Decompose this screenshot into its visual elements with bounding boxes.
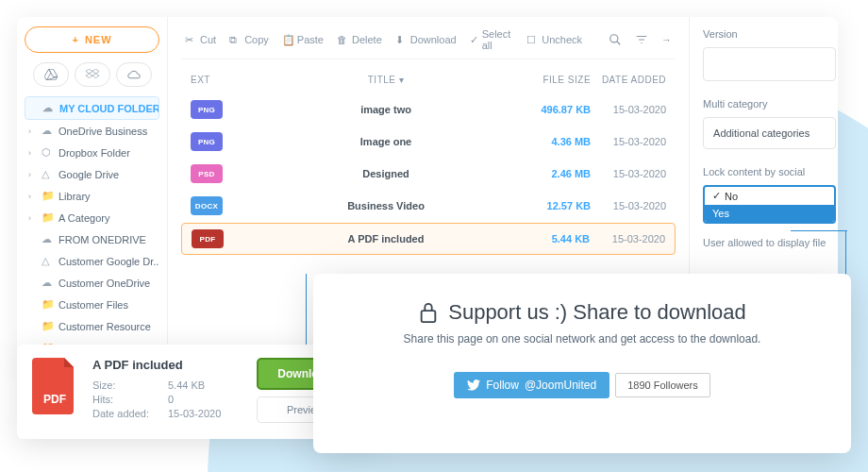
detail-title: A PDF included (92, 358, 242, 372)
drive-icon: △ (42, 168, 53, 180)
version-input[interactable] (703, 47, 836, 81)
filter-button[interactable] (635, 33, 648, 46)
connector-line (791, 230, 847, 231)
folder-icon: 📁 (42, 298, 53, 311)
drive-chip[interactable] (33, 62, 69, 87)
tree-label: MY CLOUD FOLDER (59, 103, 159, 114)
lock-select[interactable]: ✓No Yes (703, 185, 836, 224)
tree-item-6[interactable]: ☁FROM ONEDRIVE (25, 228, 159, 250)
additional-categories[interactable]: Additional categories (703, 117, 836, 149)
file-title: A PDF included (248, 233, 524, 244)
folder-icon: 📁 (42, 190, 53, 202)
folder-icon: 📁 (42, 211, 53, 224)
uncheck-button[interactable]: ☐Uncheck (526, 34, 582, 45)
file-row[interactable]: PSDDesigned2.46 MB15-03-2020 (181, 159, 676, 189)
check-icon: ✓ (470, 34, 478, 45)
version-label: Version (703, 28, 836, 40)
size-val: 5.44 KB (168, 379, 205, 391)
tree-label: Customer Google Dr... (58, 256, 159, 267)
copy-button[interactable]: ⧉Copy (229, 34, 269, 45)
tree-label: FROM ONEDRIVE (58, 234, 146, 245)
ext-badge: PDF (192, 229, 224, 248)
folder-tree: ☁MY CLOUD FOLDER›☁OneDrive Business›⬡Dro… (25, 96, 159, 359)
svg-point-0 (610, 35, 618, 42)
toolbar: ✂Cut ⧉Copy 📋Paste 🗑Delete ⬇Download ✓Sel… (181, 17, 676, 59)
file-size: 5.44 KB (524, 233, 590, 244)
user-allowed-label: User allowed to display file (703, 237, 836, 248)
tree-item-1[interactable]: ›☁OneDrive Business (25, 120, 159, 142)
tree-item-10[interactable]: 📁Customer Resource (25, 315, 159, 337)
search-button[interactable] (609, 33, 622, 46)
hits-val: 0 (168, 394, 174, 405)
file-title: Image one (247, 136, 525, 147)
sidebar: + NEW ☁MY CLOUD FOLDER›☁OneDrive Busines… (17, 17, 168, 362)
paste-button[interactable]: 📋Paste (282, 34, 324, 45)
cut-button[interactable]: ✂Cut (185, 34, 216, 45)
follower-count: 1890 Followers (615, 373, 710, 397)
check-icon: ✓ (712, 190, 721, 202)
download-icon: ⬇ (395, 34, 407, 45)
lock-label: Lock content by social (703, 166, 836, 177)
file-row[interactable]: PDFA PDF included5.44 KB15-03-2020 (181, 223, 676, 255)
svg-text:PDF: PDF (43, 393, 66, 406)
twitter-follow-button[interactable]: Follow @JoomUnited (454, 372, 609, 398)
lock-option-no[interactable]: ✓No (705, 187, 834, 205)
pdf-file-icon: PDF (32, 358, 77, 426)
chevron-icon: › (28, 126, 36, 136)
arrow-button[interactable]: → (661, 34, 672, 45)
chevron-icon: › (28, 148, 36, 158)
tree-label: A Category (58, 212, 109, 224)
tree-item-2[interactable]: ›⬡Dropbox Folder (25, 142, 159, 163)
copy-icon: ⧉ (229, 34, 241, 45)
tree-item-8[interactable]: ☁Customer OneDrive (25, 272, 159, 294)
lock-icon (418, 300, 439, 325)
new-button[interactable]: + NEW (25, 26, 159, 53)
tree-item-9[interactable]: 📁Customer Files (25, 294, 159, 315)
ext-badge: PSD (191, 164, 223, 183)
tree-item-4[interactable]: ›📁Library (25, 185, 159, 207)
share-title: Support us :) Share to download (342, 300, 823, 325)
dropbox-chip[interactable] (75, 62, 110, 87)
file-row[interactable]: DOCXBusiness Video12.57 KB15-03-2020 (181, 191, 676, 221)
selectall-button[interactable]: ✓Select all (470, 28, 514, 51)
multicat-label: Multi category (703, 98, 836, 110)
dropbox-icon: ⬡ (42, 146, 53, 159)
share-subtitle: Share this page on one social network an… (342, 332, 823, 346)
download-button[interactable]: ⬇Download (395, 34, 457, 45)
date-key: Date added: (92, 408, 168, 419)
hits-key: Hits: (92, 394, 168, 405)
col-ext[interactable]: EXT (191, 75, 247, 85)
file-row[interactable]: PNGImage one4.36 MB15-03-2020 (181, 126, 676, 157)
file-date: 15-03-2020 (591, 200, 666, 211)
file-row[interactable]: PNGimage two496.87 KB15-03-2020 (181, 94, 676, 125)
lock-option-yes[interactable]: Yes (705, 205, 834, 222)
tree-label: OneDrive Business (58, 126, 147, 137)
tree-label: Library (58, 191, 91, 202)
file-rows: PNGimage two496.87 KB15-03-2020PNGImage … (181, 94, 676, 255)
col-title[interactable]: TITLE ▾ (247, 75, 525, 85)
tree-label: Google Drive (58, 169, 119, 180)
delete-icon: 🗑 (337, 34, 348, 45)
date-val: 15-03-2020 (168, 408, 221, 419)
twitter-icon (467, 379, 480, 391)
tree-label: Customer OneDrive (58, 278, 150, 289)
file-date: 15-03-2020 (591, 104, 666, 115)
svg-rect-2 (422, 311, 436, 322)
file-size: 496.87 KB (525, 104, 591, 115)
file-date: 15-03-2020 (591, 136, 666, 147)
tree-item-3[interactable]: ›△Google Drive (25, 163, 159, 185)
plus-icon: + (72, 34, 78, 45)
folder-icon: 📁 (42, 320, 53, 332)
col-date[interactable]: DATE ADDED (591, 75, 666, 85)
tree-item-5[interactable]: ›📁A Category (25, 207, 159, 228)
file-date: 15-03-2020 (591, 168, 666, 179)
cloud-providers (25, 62, 159, 87)
ext-badge: PNG (191, 132, 223, 151)
onedrive-chip[interactable] (116, 62, 152, 87)
col-size[interactable]: FILE SIZE (525, 75, 591, 85)
paste-icon: 📋 (282, 34, 293, 45)
tree-item-0[interactable]: ☁MY CLOUD FOLDER (25, 96, 159, 120)
tree-item-7[interactable]: △Customer Google Dr... (25, 250, 159, 272)
delete-button[interactable]: 🗑Delete (337, 34, 382, 45)
ext-badge: DOCX (191, 196, 223, 215)
